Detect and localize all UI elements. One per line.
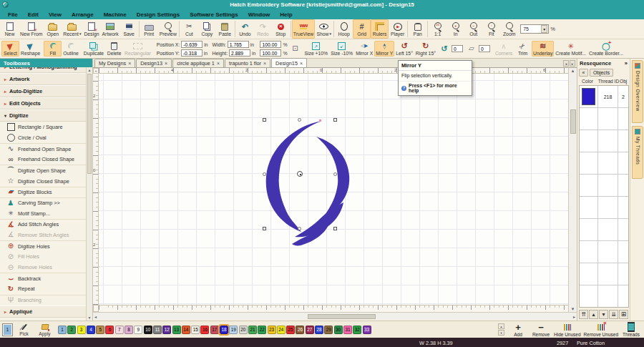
stitch-tool-button[interactable]: Corners — [494, 41, 514, 57]
panel-collapse-icon[interactable]: » — [625, 60, 628, 67]
toolbox-section[interactable]: Edit Objects — [0, 97, 87, 109]
resequence-tool-button[interactable] — [609, 310, 618, 319]
selection-handle[interactable] — [333, 118, 337, 122]
palette-swatch[interactable]: 9 — [134, 326, 142, 334]
document-tab[interactable]: Design15 × — [271, 58, 307, 67]
scale-x-input[interactable] — [260, 41, 281, 48]
embroidery-design[interactable] — [259, 114, 353, 247]
selection-handle[interactable] — [333, 227, 337, 230]
toolbar-button[interactable]: New▾ — [1, 19, 19, 39]
toolboxes-scrollbar[interactable]: ▲▼ — [86, 67, 92, 321]
toolbar-button[interactable]: Recent▾ — [62, 19, 82, 39]
toolbar-button[interactable]: Preview▾ — [158, 19, 178, 39]
menu-item[interactable]: Window — [243, 9, 275, 19]
toolbar-button[interactable]: Rulers▾ — [371, 19, 389, 39]
resequence-tool-button[interactable] — [579, 310, 588, 319]
close-icon[interactable]: × — [165, 61, 167, 66]
menu-item[interactable]: Software Settings — [185, 9, 243, 19]
toolbox-section-applique[interactable]: Appliqué — [0, 306, 87, 318]
toolbox-section[interactable]: Artwork — [0, 73, 87, 85]
digitize-tool[interactable]: Add Stitch Angles — [0, 219, 87, 230]
tab-scroll-left-icon[interactable]: ◂ — [563, 60, 569, 67]
palette-swatch[interactable]: 11 — [153, 326, 162, 334]
document-tab[interactable]: Design13 × — [136, 59, 172, 67]
horizontal-scrollbar[interactable]: ◂▸ — [93, 312, 577, 320]
transform-button[interactable]: Mirror X — [354, 41, 374, 57]
digitize-tool[interactable]: Digitize Open Shape — [0, 165, 87, 175]
palette-swatch[interactable]: 19 — [229, 326, 238, 334]
palette-scroll-down-icon[interactable]: ▼ — [498, 330, 504, 336]
edit-tool-button[interactable]: Fill — [44, 41, 62, 57]
edit-tool-button[interactable]: Rectangular — [123, 41, 152, 57]
toolbar-button[interactable]: Out▾ — [464, 19, 482, 39]
toolbar-button[interactable]: Artwork▾ — [101, 19, 120, 39]
toolbar-button[interactable]: Open▾ — [44, 19, 62, 39]
palette-action-button[interactable]: Threads — [620, 323, 643, 337]
design-canvas[interactable] — [99, 74, 568, 305]
toolbar-button[interactable]: Hoop▾ — [335, 19, 353, 39]
menu-item[interactable]: Help — [275, 9, 297, 19]
toolbar-button[interactable]: Copy▾ — [198, 19, 216, 39]
stitch-tool-button[interactable]: Trim — [514, 41, 532, 57]
palette-action-button[interactable]: Hide Unused — [552, 323, 582, 337]
digitize-tool[interactable]: Repeat — [0, 283, 87, 294]
digitize-tool[interactable]: Rectangle / Square — [0, 122, 87, 132]
lock-aspect-icon[interactable] — [289, 44, 301, 54]
tab-my-threads[interactable]: My Threads — [632, 126, 643, 179]
skew-input[interactable] — [479, 45, 490, 52]
digitize-tool[interactable]: Motif Stamp... — [0, 208, 87, 219]
edit-tool-button[interactable]: Delete — [105, 41, 123, 57]
palette-scroll-up-icon[interactable]: ▲ — [498, 323, 504, 329]
close-icon[interactable]: × — [300, 61, 303, 66]
current-color-chip[interactable]: 1 — [2, 323, 13, 336]
transform-button[interactable]: Size -10% — [329, 41, 354, 57]
scroll-right-icon[interactable]: ▸ — [573, 314, 575, 319]
zoom-level-select[interactable]: 75▼ — [520, 24, 549, 34]
document-tab[interactable]: circle applique 1 × — [172, 59, 224, 67]
stitch-tool-button[interactable]: Underlay — [532, 41, 554, 57]
toolbar-button[interactable]: Pan▾ — [409, 19, 426, 39]
apply-color-button[interactable]: Apply — [35, 323, 54, 336]
selection-handle[interactable] — [263, 118, 266, 122]
stitch-tool-button[interactable]: Create Motif... — [554, 41, 587, 57]
toolbar-button[interactable]: Fit▾ — [482, 19, 500, 39]
toolbox-section[interactable]: Lettering / Monogramming — [0, 67, 87, 73]
palette-swatch[interactable]: 1 — [58, 326, 67, 334]
toolbar-button[interactable]: TrueView▾ — [292, 19, 315, 39]
transform-button[interactable]: Size +10% — [303, 41, 329, 57]
pick-color-button[interactable]: Pick — [14, 323, 34, 336]
palette-swatch[interactable]: 18 — [220, 326, 228, 334]
digitize-tool[interactable]: Circle / Oval — [0, 132, 87, 143]
transform-button[interactable]: Right 15° — [414, 41, 437, 57]
palette-swatch[interactable]: 15 — [191, 326, 200, 334]
selection-handle[interactable] — [298, 227, 301, 230]
scrollbar-thumb[interactable] — [87, 74, 92, 174]
toolbar-button[interactable]: In▾ — [447, 19, 464, 39]
transform-button[interactable]: Mirror Y — [374, 41, 394, 57]
palette-swatch[interactable]: 29 — [324, 326, 333, 334]
design-outer-swirl[interactable] — [266, 121, 322, 232]
height-input[interactable] — [229, 49, 250, 57]
chevron-down-icon[interactable]: ▼ — [541, 25, 547, 33]
palette-swatch[interactable]: 32 — [353, 326, 361, 334]
palette-swatch[interactable]: 28 — [315, 326, 323, 334]
tab-design-overview[interactable]: Design Overview — [632, 60, 643, 123]
tab-scroll-right-icon[interactable]: ▸ — [570, 60, 575, 67]
selection-handle[interactable] — [263, 227, 266, 230]
palette-swatch[interactable]: 14 — [182, 326, 190, 334]
scrollbar-thumb[interactable] — [308, 314, 376, 319]
toolbar-button[interactable]: Redo▾ — [254, 19, 272, 39]
digitize-tool[interactable]: Branching — [0, 295, 87, 306]
palette-action-button[interactable]: Add — [507, 323, 530, 337]
edit-tool-button[interactable]: Duplicate — [82, 41, 105, 57]
palette-swatch[interactable]: 4 — [87, 326, 95, 334]
menu-item[interactable]: Machine — [99, 9, 132, 19]
menu-item[interactable]: View — [44, 9, 67, 19]
thread-color-swatch[interactable] — [582, 88, 595, 105]
scroll-down-icon[interactable]: ▼ — [571, 307, 575, 311]
resequence-tool-button[interactable] — [619, 310, 628, 319]
transform-button[interactable]: Left 15° — [394, 41, 414, 57]
selection-handle[interactable] — [333, 172, 337, 176]
digitize-tool[interactable]: Remove Stitch Angles — [0, 230, 87, 240]
palette-swatch[interactable]: 2 — [67, 326, 76, 334]
